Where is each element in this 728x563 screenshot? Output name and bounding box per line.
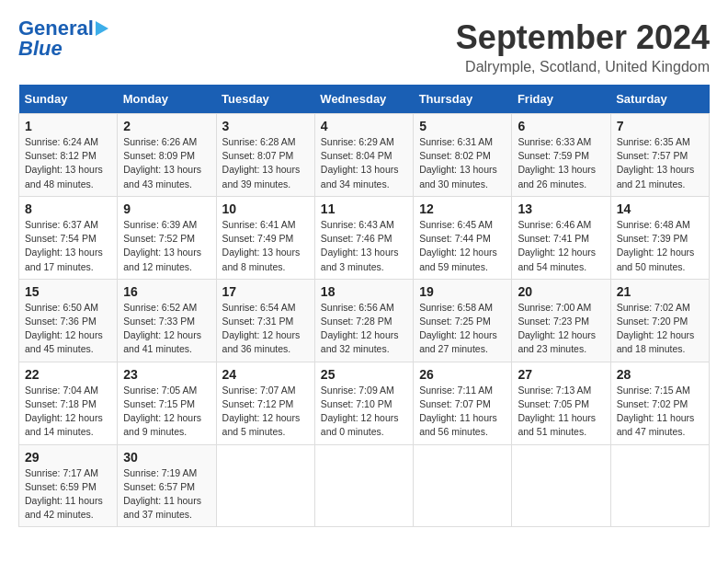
day-cell-19: 19Sunrise: 6:58 AM Sunset: 7:25 PM Dayli… [414,279,512,362]
day-cell-25: 25Sunrise: 7:09 AM Sunset: 7:10 PM Dayli… [314,362,413,444]
day-info: Sunrise: 6:35 AM Sunset: 7:57 PM Dayligh… [617,135,703,191]
day-info: Sunrise: 6:48 AM Sunset: 7:39 PM Dayligh… [617,218,703,274]
day-number: 30 [123,450,210,465]
day-cell-27: 27Sunrise: 7:13 AM Sunset: 7:05 PM Dayli… [512,362,610,444]
day-cell-14: 14Sunrise: 6:48 AM Sunset: 7:39 PM Dayli… [610,196,709,279]
day-cell-24: 24Sunrise: 7:07 AM Sunset: 7:12 PM Dayli… [216,362,314,444]
day-cell-13: 13Sunrise: 6:46 AM Sunset: 7:41 PM Dayli… [512,196,610,279]
week-row-1: 1Sunrise: 6:24 AM Sunset: 8:12 PM Daylig… [19,114,710,197]
week-row-5: 29Sunrise: 7:17 AM Sunset: 6:59 PM Dayli… [19,444,710,527]
day-cell-23: 23Sunrise: 7:05 AM Sunset: 7:15 PM Dayli… [118,362,216,444]
day-number: 25 [321,367,407,382]
header: General Blue September 2024 Dalrymple, S… [18,18,710,75]
day-number: 1 [25,119,111,133]
day-number: 2 [123,119,210,133]
day-cell-4: 4Sunrise: 6:29 AM Sunset: 8:04 PM Daylig… [314,114,413,197]
day-number: 27 [518,367,604,382]
day-info: Sunrise: 6:28 AM Sunset: 8:07 PM Dayligh… [222,135,309,191]
day-number: 13 [518,201,604,216]
day-cell-6: 6Sunrise: 6:33 AM Sunset: 7:59 PM Daylig… [512,114,610,197]
day-info: Sunrise: 6:39 AM Sunset: 7:52 PM Dayligh… [123,218,210,274]
day-cell-17: 17Sunrise: 6:54 AM Sunset: 7:31 PM Dayli… [216,279,314,362]
day-info: Sunrise: 6:54 AM Sunset: 7:31 PM Dayligh… [222,301,309,357]
calendar-body: 1Sunrise: 6:24 AM Sunset: 8:12 PM Daylig… [19,114,710,527]
day-cell-21: 21Sunrise: 7:02 AM Sunset: 7:20 PM Dayli… [610,279,709,362]
week-row-2: 8Sunrise: 6:37 AM Sunset: 7:54 PM Daylig… [19,196,710,279]
day-info: Sunrise: 6:37 AM Sunset: 7:54 PM Dayligh… [25,218,111,274]
logo-blue-text: Blue [18,39,63,59]
day-number: 21 [617,284,703,299]
empty-cell [414,444,512,527]
day-info: Sunrise: 6:33 AM Sunset: 7:59 PM Dayligh… [518,135,604,191]
day-info: Sunrise: 6:52 AM Sunset: 7:33 PM Dayligh… [123,301,210,357]
day-info: Sunrise: 6:58 AM Sunset: 7:25 PM Dayligh… [419,301,506,357]
day-cell-5: 5Sunrise: 6:31 AM Sunset: 8:02 PM Daylig… [414,114,512,197]
day-cell-30: 30Sunrise: 7:19 AM Sunset: 6:57 PM Dayli… [118,444,216,527]
empty-cell [610,444,709,527]
day-number: 9 [123,201,210,216]
day-info: Sunrise: 6:45 AM Sunset: 7:44 PM Dayligh… [419,218,506,274]
day-info: Sunrise: 7:02 AM Sunset: 7:20 PM Dayligh… [617,301,703,357]
col-header-tuesday: Tuesday [216,85,314,114]
day-info: Sunrise: 7:09 AM Sunset: 7:10 PM Dayligh… [321,384,407,440]
logo: General Blue [18,18,108,59]
day-info: Sunrise: 7:17 AM Sunset: 6:59 PM Dayligh… [25,466,111,523]
day-cell-8: 8Sunrise: 6:37 AM Sunset: 7:54 PM Daylig… [19,196,118,279]
day-info: Sunrise: 7:07 AM Sunset: 7:12 PM Dayligh… [222,384,309,440]
day-cell-28: 28Sunrise: 7:15 AM Sunset: 7:02 PM Dayli… [610,362,709,444]
day-cell-15: 15Sunrise: 6:50 AM Sunset: 7:36 PM Dayli… [19,279,118,362]
day-cell-26: 26Sunrise: 7:11 AM Sunset: 7:07 PM Dayli… [414,362,512,444]
day-cell-22: 22Sunrise: 7:04 AM Sunset: 7:18 PM Dayli… [19,362,118,444]
day-number: 18 [321,284,407,299]
day-number: 17 [222,284,309,299]
day-number: 29 [25,450,111,465]
title-area: September 2024 Dalrymple, Scotland, Unit… [456,18,710,75]
day-cell-16: 16Sunrise: 6:52 AM Sunset: 7:33 PM Dayli… [118,279,216,362]
col-header-thursday: Thursday [414,85,512,114]
col-header-sunday: Sunday [19,85,118,114]
day-info: Sunrise: 7:19 AM Sunset: 6:57 PM Dayligh… [123,466,210,523]
day-info: Sunrise: 6:31 AM Sunset: 8:02 PM Dayligh… [419,135,506,191]
day-info: Sunrise: 6:43 AM Sunset: 7:46 PM Dayligh… [321,218,407,274]
logo-arrow-icon [96,21,108,36]
day-info: Sunrise: 6:24 AM Sunset: 8:12 PM Dayligh… [25,135,111,191]
day-number: 28 [617,367,703,382]
day-info: Sunrise: 6:56 AM Sunset: 7:28 PM Dayligh… [321,301,407,357]
col-header-wednesday: Wednesday [314,85,413,114]
day-cell-3: 3Sunrise: 6:28 AM Sunset: 8:07 PM Daylig… [216,114,314,197]
day-number: 22 [25,367,111,382]
day-number: 7 [617,119,703,133]
week-row-3: 15Sunrise: 6:50 AM Sunset: 7:36 PM Dayli… [19,279,710,362]
day-info: Sunrise: 6:29 AM Sunset: 8:04 PM Dayligh… [321,135,407,191]
day-info: Sunrise: 7:13 AM Sunset: 7:05 PM Dayligh… [518,384,604,440]
day-number: 19 [419,284,506,299]
day-info: Sunrise: 6:41 AM Sunset: 7:49 PM Dayligh… [222,218,309,274]
day-number: 11 [321,201,407,216]
day-info: Sunrise: 7:05 AM Sunset: 7:15 PM Dayligh… [123,384,210,440]
day-number: 4 [321,119,407,133]
empty-cell [512,444,610,527]
day-cell-20: 20Sunrise: 7:00 AM Sunset: 7:23 PM Dayli… [512,279,610,362]
day-cell-7: 7Sunrise: 6:35 AM Sunset: 7:57 PM Daylig… [610,114,709,197]
day-info: Sunrise: 6:46 AM Sunset: 7:41 PM Dayligh… [518,218,604,274]
day-number: 24 [222,367,309,382]
day-number: 20 [518,284,604,299]
day-cell-12: 12Sunrise: 6:45 AM Sunset: 7:44 PM Dayli… [414,196,512,279]
day-cell-9: 9Sunrise: 6:39 AM Sunset: 7:52 PM Daylig… [118,196,216,279]
day-info: Sunrise: 6:50 AM Sunset: 7:36 PM Dayligh… [25,301,111,357]
day-cell-18: 18Sunrise: 6:56 AM Sunset: 7:28 PM Dayli… [314,279,413,362]
day-info: Sunrise: 6:26 AM Sunset: 8:09 PM Dayligh… [123,135,210,191]
col-header-friday: Friday [512,85,610,114]
col-header-monday: Monday [118,85,216,114]
calendar-table: SundayMondayTuesdayWednesdayThursdayFrid… [18,85,710,527]
day-number: 5 [419,119,506,133]
day-number: 3 [222,119,309,133]
day-number: 8 [25,201,111,216]
day-info: Sunrise: 7:11 AM Sunset: 7:07 PM Dayligh… [419,384,506,440]
day-cell-10: 10Sunrise: 6:41 AM Sunset: 7:49 PM Dayli… [216,196,314,279]
day-number: 6 [518,119,604,133]
day-number: 15 [25,284,111,299]
day-number: 16 [123,284,210,299]
empty-cell [216,444,314,527]
day-cell-11: 11Sunrise: 6:43 AM Sunset: 7:46 PM Dayli… [314,196,413,279]
